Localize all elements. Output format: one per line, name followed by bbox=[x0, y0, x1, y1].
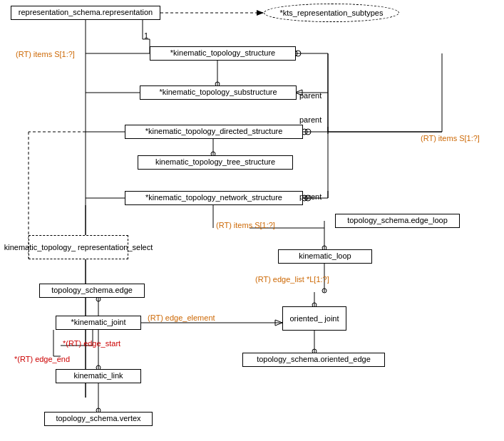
node-kin-topo-tree-struct: kinematic_topology_tree_structure bbox=[138, 155, 293, 170]
label-edge-list: (RT) edge_list *L[1:?] bbox=[255, 275, 329, 284]
label-parent2: parent bbox=[299, 115, 322, 124]
label-1: 1 bbox=[144, 31, 148, 40]
node-kin-link: kinematic_link bbox=[56, 369, 141, 383]
node-kin-joint: *kinematic_joint bbox=[56, 316, 141, 330]
label-items-right: (RT) items S[1:?] bbox=[421, 134, 480, 142]
node-topo-oriented-edge: topology_schema.oriented_edge bbox=[242, 353, 385, 367]
svg-point-11 bbox=[295, 51, 301, 56]
node-kin-topo-dir-struct: *kinematic_topology_directed_structure bbox=[125, 125, 303, 139]
label-edge-element: (RT) edge_element bbox=[148, 313, 215, 322]
svg-point-38 bbox=[322, 289, 326, 293]
node-kts-subtypes: *kts_representation_subtypes bbox=[264, 4, 399, 22]
label-parent3: parent bbox=[299, 192, 322, 201]
label-items-net: (RT) items S[1:?] bbox=[216, 221, 275, 229]
label-edge-end: *(RT) edge_end bbox=[14, 355, 70, 363]
node-kin-loop: kinematic_loop bbox=[278, 249, 372, 264]
node-topo-edge-loop: topology_schema.edge_loop bbox=[335, 214, 460, 228]
svg-marker-42 bbox=[275, 320, 282, 326]
node-kin-topo-struct: *kinematic_topology_structure bbox=[150, 46, 296, 61]
label-parent1: parent bbox=[299, 91, 322, 100]
svg-marker-1 bbox=[257, 10, 264, 16]
node-oriented-joint: oriented_ joint bbox=[282, 306, 346, 331]
diagram-container: representation_schema.representation *kt… bbox=[0, 0, 504, 441]
node-kin-topo-substruct: *kinematic_topology_substructure bbox=[140, 85, 297, 100]
label-items-left: (RT) items S[1:?] bbox=[16, 50, 75, 58]
label-edge-start: *(RT) edge_start bbox=[63, 339, 120, 348]
node-kin-topo-net-struct: *kinematic_topology_network_structure bbox=[125, 191, 303, 205]
node-topo-edge: topology_schema.edge bbox=[39, 284, 145, 298]
node-topo-vertex: topology_schema.vertex bbox=[44, 412, 153, 426]
svg-point-20 bbox=[305, 129, 311, 135]
node-representation: representation_schema.representation bbox=[11, 6, 160, 20]
node-kin-topo-rep-sel: kinematic_topology_ representation_selec… bbox=[29, 235, 128, 259]
